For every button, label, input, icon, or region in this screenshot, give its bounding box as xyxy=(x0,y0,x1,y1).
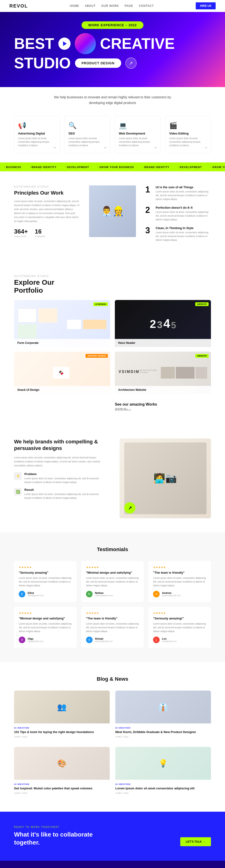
testimonial-1: ★★★★★ "Seriously amazing" Lorem ipsum do… xyxy=(14,561,77,602)
principles-title: Principles Our Work xyxy=(14,190,80,196)
blog-img-3: 🎨 xyxy=(14,747,110,780)
blog-cat-2: UI Ideation xyxy=(115,727,211,729)
portfolio-label: OUTSTANDING STUDIO xyxy=(14,275,211,277)
blog-cat-1: UI Ideation xyxy=(14,727,110,729)
blog-content-3: UI Ideation Get inspired: Muted color pa… xyxy=(14,780,110,798)
blog-img-2: 👔 xyxy=(115,690,211,723)
portfolio-label-corporate: Form Corporate xyxy=(14,339,110,347)
hire-button[interactable]: HIRE US xyxy=(196,2,216,9)
portfolio-card-hexo[interactable]: 2 3 4 5 WEBSITE Hexo Header xyxy=(115,300,211,347)
blog-content-4: UI Ideation Lorem ipsum dolor sit amet c… xyxy=(115,780,211,798)
nav-contact[interactable]: CONTACT xyxy=(139,4,154,7)
hero-best: BEST xyxy=(14,36,54,51)
brands-title: We help brands with compelling & persuas… xyxy=(14,438,106,452)
hero-creative: CREATIVE xyxy=(100,36,175,51)
portfolio-label-arch: Architecture Website xyxy=(115,386,211,394)
testimonial-3-author: A Andrew andrew@gmail.com xyxy=(153,591,206,597)
testimonial-5-quote: "The team is friendly" xyxy=(86,617,139,620)
stat-employees-label: Employees xyxy=(35,235,45,238)
portfolio-grid: UI DESIGN Form Corporate 🍫 GRAPHIC DESIG… xyxy=(14,300,211,410)
testimonial-3-quote: "The team is friendly" xyxy=(153,571,206,575)
portfolio-badge-arch: WEBSITE xyxy=(195,354,209,358)
testimonial-4-role: olga@gmail.com xyxy=(28,640,43,643)
brands-right: 🧑‍💻📷 ↗ xyxy=(119,438,211,518)
testimonial-1-quote: "Seriously amazing" xyxy=(19,571,72,575)
principles-people-photo: 👨‍💼👷 xyxy=(89,185,136,237)
footer: REVOL Lorem ipsum dolor sit amet, consec… xyxy=(0,861,225,868)
brands-left: We help brands with compelling & persuas… xyxy=(14,438,106,504)
service-webdev-title: Web Development xyxy=(119,132,157,135)
blog-card-1[interactable]: 👥 UI Ideation 101 Tips & tools for layin… xyxy=(14,690,110,741)
principles-image: 👨‍💼👷 xyxy=(89,185,136,237)
service-webdev-arrow[interactable]: → xyxy=(154,146,157,150)
navbar-logo: REVOL xyxy=(9,3,28,9)
principle-2-num: 2 xyxy=(145,206,152,214)
play-button[interactable] xyxy=(59,37,71,50)
principle-3-content: Clean, In Thinking In Style Lorem ipsum … xyxy=(156,226,211,242)
cta-button[interactable]: LET'S TALK → xyxy=(180,837,211,846)
testimonial-5-author: A Alistair alistair@gmail.com xyxy=(86,637,139,643)
brands-problem-title: Problem xyxy=(24,472,106,476)
principles-section: OUTSTANDING STUDIO Principles Our Work L… xyxy=(0,172,225,261)
brands-result: ✅ Result Lorem ipsum dolor sit amet, con… xyxy=(14,488,106,500)
testimonial-3-text: Lorem ipsum dolor sit amet, consectetur … xyxy=(153,576,206,588)
blog-card-2[interactable]: 👔 UI Ideation Meet Kevin, Dribbble Gradu… xyxy=(115,690,211,741)
nav-work[interactable]: OUR WORK xyxy=(101,4,119,7)
blog-content-2: UI Ideation Meet Kevin, Dribbble Graduat… xyxy=(115,723,211,741)
service-webdev-desc: Lorem ipsum dolor sit amet, consectetur … xyxy=(119,136,157,147)
blog-img-4: 💡 xyxy=(115,747,211,780)
service-seo-arrow[interactable]: → xyxy=(103,146,107,150)
hero-arrow-button[interactable]: ↗ xyxy=(125,58,137,69)
blog-grid: 👥 UI Ideation 101 Tips & tools for layin… xyxy=(14,690,211,798)
service-video-title: Video Editing xyxy=(169,132,207,135)
principle-3-num: 3 xyxy=(145,226,152,235)
brands-result-title: Result xyxy=(24,488,106,492)
nav-about[interactable]: ABOUT xyxy=(85,4,96,7)
principle-3: 3 Clean, In Thinking In Style Lorem ipsu… xyxy=(145,226,211,242)
testimonial-2-avatar: N xyxy=(86,591,92,597)
ticker-bar: · BUSINESS · BRAND IDENTITY · DEVELOPMEN… xyxy=(0,162,225,172)
principle-2-title: Perfection doesn't do 8–5 xyxy=(156,206,211,209)
testimonial-1-role: elliot@gmail.com xyxy=(28,594,44,597)
service-video-arrow[interactable]: → xyxy=(204,146,208,150)
portfolio-card-corporate[interactable]: UI DESIGN Form Corporate xyxy=(14,300,110,347)
product-design-button[interactable]: PRODUCT DESIGN xyxy=(75,58,121,68)
services-section: 📢 Advertising Digital Lorem ipsum dolor … xyxy=(0,113,225,162)
portfolio-badge-corporate: UI DESIGN xyxy=(93,302,108,306)
ticker-item: · DEVELOPMENT xyxy=(174,166,206,168)
principles-left: OUTSTANDING STUDIO Principles Our Work L… xyxy=(14,185,80,238)
blog-title-3: Get inspired: Muted color palettes that … xyxy=(14,786,110,790)
portfolio-badge-hexo: WEBSITE xyxy=(195,302,209,306)
brands-problem-content: Problem Lorem ipsum dolor sit amet, cons… xyxy=(24,472,106,484)
blog-card-4[interactable]: 💡 UI Ideation Lorem ipsum dolor sit amet… xyxy=(115,747,211,798)
nav-home[interactable]: HOME xyxy=(70,4,79,7)
portfolio-label-snack: Snack UI Design xyxy=(14,386,110,394)
brands-arrow-button[interactable]: ↗ xyxy=(124,502,136,514)
principle-2-content: Perfection doesn't do 8–5 Lorem ipsum do… xyxy=(156,206,211,222)
stat-projects: 364+ Project Done xyxy=(14,228,28,238)
blog-title-4: Lorem ipsum dolor sit amet consectetur a… xyxy=(115,786,211,790)
portfolio-card-snack[interactable]: 🍫 GRAPHIC DESIGN Snack UI Design xyxy=(14,351,110,394)
tagline-section: We help businesses to innovate and remai… xyxy=(0,87,225,113)
nav-page[interactable]: PAGE xyxy=(125,4,133,7)
seo-icon: 🔍 xyxy=(68,122,106,129)
hero-badge: WORK EXPERIENCE – 2022 xyxy=(82,21,143,29)
testimonial-5-author-info: Alistair alistair@gmail.com xyxy=(95,637,113,643)
testimonial-2-author: N Nathan nathan@gmail.com xyxy=(86,591,139,597)
testimonial-6-author-info: Leo leo@gmail.com xyxy=(162,637,177,643)
ticker-item: · BRAND IDENTITY xyxy=(138,166,174,168)
portfolio-see: See our amazing Works SHOW ALL → xyxy=(115,402,211,410)
webdev-icon: 💻 xyxy=(119,122,157,129)
service-advertising-arrow[interactable]: → xyxy=(53,146,56,150)
blog-card-3[interactable]: 🎨 UI Ideation Get inspired: Muted color … xyxy=(14,747,110,798)
cta-label: READY TO WORK TOGETHER? xyxy=(14,826,211,828)
service-seo: 🔍 SEO Lorem ipsum dolor sit amet, consec… xyxy=(65,116,110,153)
arrow-icon: ↗ xyxy=(129,60,133,66)
ticker-item: · GROW YOUR BUSINESS xyxy=(206,166,225,168)
testimonial-1-stars: ★★★★★ xyxy=(19,566,72,569)
service-seo-title: SEO xyxy=(68,132,106,135)
principle-2: 2 Perfection doesn't do 8–5 Lorem ipsum … xyxy=(145,206,211,222)
portfolio-show-all-link[interactable]: SHOW ALL → xyxy=(115,407,211,410)
testimonial-4-name: Olga xyxy=(28,637,43,640)
portfolio-card-arch[interactable]: VSIMDIM ARCHITECTURE STUDIO WEBSITE Arch… xyxy=(115,351,211,394)
